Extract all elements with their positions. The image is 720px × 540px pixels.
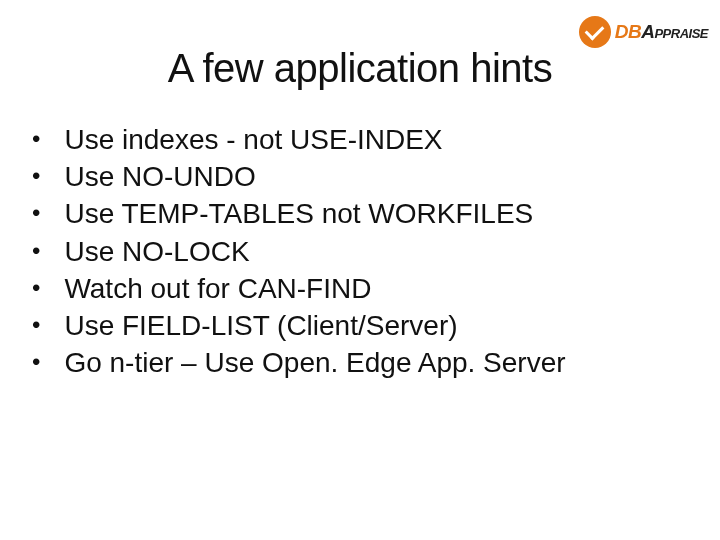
list-item: Use NO-LOCK	[28, 233, 720, 270]
list-item: Use TEMP-TABLES not WORKFILES	[28, 195, 720, 232]
checkmark-icon	[579, 16, 611, 48]
bullet-text: Use NO-UNDO	[64, 158, 255, 195]
bullet-list: Use indexes - not USE-INDEX Use NO-UNDO …	[28, 121, 720, 382]
brand-logo: DBAppraise	[579, 16, 708, 48]
bullet-text: Use NO-LOCK	[64, 233, 249, 270]
slide-title: A few application hints	[0, 46, 720, 91]
logo-appraise: Appraise	[641, 21, 708, 42]
list-item: Use indexes - not USE-INDEX	[28, 121, 720, 158]
bullet-text: Use FIELD-LIST (Client/Server)	[64, 307, 457, 344]
list-item: Watch out for CAN-FIND	[28, 270, 720, 307]
bullet-text: Watch out for CAN-FIND	[64, 270, 371, 307]
logo-db: DB	[615, 21, 641, 42]
list-item: Use FIELD-LIST (Client/Server)	[28, 307, 720, 344]
bullet-text: Use indexes - not USE-INDEX	[64, 121, 442, 158]
logo-text: DBAppraise	[615, 21, 708, 43]
list-item: Use NO-UNDO	[28, 158, 720, 195]
bullet-text: Use TEMP-TABLES not WORKFILES	[64, 195, 533, 232]
list-item: Go n-tier – Use Open. Edge App. Server	[28, 344, 720, 381]
bullet-text: Go n-tier – Use Open. Edge App. Server	[64, 344, 565, 381]
